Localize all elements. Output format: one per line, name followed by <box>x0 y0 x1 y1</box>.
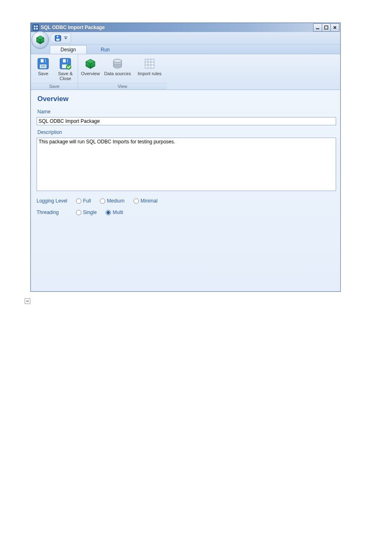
threading-multi-text: Multi <box>113 210 123 215</box>
ribbon: Save Sav <box>31 54 340 90</box>
tab-run[interactable]: Run <box>87 45 124 54</box>
close-button[interactable] <box>330 23 339 32</box>
ribbon-import-rules-button[interactable]: Import rules <box>134 56 165 82</box>
svg-rect-21 <box>66 59 67 62</box>
logging-level-medium-radio[interactable] <box>100 198 105 204</box>
logging-level-medium-text: Medium <box>107 198 125 204</box>
ribbon-group-save-caption: Save <box>31 83 78 90</box>
qat-save-button[interactable] <box>54 35 62 42</box>
threading-single-radio[interactable] <box>76 210 81 215</box>
quick-access-toolbar <box>50 33 71 44</box>
tab-design[interactable]: Design <box>50 45 87 54</box>
svg-rect-25 <box>145 59 154 68</box>
section-title-overview: Overview <box>37 95 336 103</box>
ribbon-data-sources-button[interactable]: Data sources <box>102 56 133 82</box>
qat-row <box>31 32 340 45</box>
threading-multi[interactable]: Multi <box>106 210 123 215</box>
data-sources-icon <box>111 57 124 70</box>
overview-icon <box>84 57 97 70</box>
collapse-toggle[interactable] <box>25 298 30 304</box>
ribbon-save-close-label: Save & Close <box>56 70 75 82</box>
threading-label: Threading <box>37 210 76 215</box>
ribbon-group-save: Save Sav <box>31 54 78 90</box>
svg-rect-1 <box>34 25 35 27</box>
app-window: SQL ODBC Import Package <box>30 23 341 292</box>
svg-rect-2 <box>36 25 38 27</box>
ribbon-overview-label: Overview <box>81 70 100 82</box>
svg-rect-11 <box>64 37 67 37</box>
svg-rect-16 <box>41 65 46 66</box>
svg-point-22 <box>66 64 71 69</box>
app-menu-orb[interactable] <box>32 31 49 48</box>
svg-rect-10 <box>58 36 59 37</box>
threading-multi-radio[interactable] <box>106 210 111 215</box>
description-textarea[interactable] <box>37 138 336 191</box>
ribbon-tabs: Design Run <box>31 45 340 54</box>
ribbon-save-button[interactable]: Save <box>32 56 54 82</box>
save-close-icon <box>59 57 72 70</box>
logging-level-minimal-radio[interactable] <box>134 198 139 204</box>
ribbon-group-view-caption: View <box>78 83 167 90</box>
app-icon <box>32 24 39 31</box>
threading-row: Threading Single Multi <box>37 210 336 215</box>
logging-level-minimal-text: Minimal <box>141 198 157 204</box>
qat-customize-button[interactable] <box>63 35 68 42</box>
threading-single[interactable]: Single <box>76 210 97 215</box>
svg-rect-13 <box>40 64 46 68</box>
svg-rect-26 <box>26 301 29 302</box>
ribbon-save-close-button[interactable]: Save & Close <box>55 56 76 82</box>
description-label: Description <box>37 129 336 135</box>
import-rules-icon <box>143 57 156 70</box>
ribbon-overview-button[interactable]: Overview <box>80 56 101 82</box>
titlebar: SQL ODBC Import Package <box>31 23 340 32</box>
logging-level-full-text: Full <box>83 198 91 204</box>
content-pane: Overview Name Description Logging Level … <box>31 90 340 291</box>
svg-rect-15 <box>44 59 45 62</box>
ribbon-save-label: Save <box>38 70 48 82</box>
svg-rect-17 <box>41 67 46 67</box>
window-controls <box>314 23 339 32</box>
svg-rect-8 <box>56 39 60 41</box>
svg-rect-5 <box>316 28 319 29</box>
svg-point-24 <box>113 59 122 62</box>
ribbon-import-rules-label: Import rules <box>138 70 161 82</box>
ribbon-data-sources-label: Data sources <box>104 70 131 82</box>
maximize-button[interactable] <box>322 23 331 32</box>
logging-level-row: Logging Level Full Medium Minimal <box>37 198 336 204</box>
logging-level-label: Logging Level <box>37 198 76 204</box>
name-input[interactable] <box>37 117 336 125</box>
svg-rect-3 <box>34 28 35 30</box>
minimize-button[interactable] <box>313 23 322 32</box>
ribbon-group-view: Overview Data sources <box>78 54 167 90</box>
logging-level-minimal[interactable]: Minimal <box>134 198 157 204</box>
logging-level-medium[interactable]: Medium <box>100 198 125 204</box>
window-title: SQL ODBC Import Package <box>41 25 314 30</box>
save-icon <box>37 57 50 70</box>
svg-rect-6 <box>325 26 328 29</box>
logging-level-full-radio[interactable] <box>76 198 81 204</box>
name-label: Name <box>37 109 336 115</box>
logging-level-full[interactable]: Full <box>76 198 91 204</box>
threading-single-text: Single <box>83 210 97 215</box>
svg-rect-4 <box>36 28 38 30</box>
